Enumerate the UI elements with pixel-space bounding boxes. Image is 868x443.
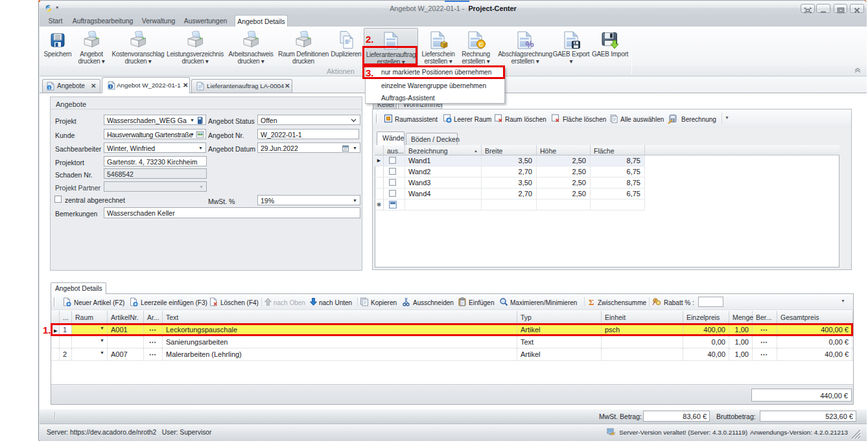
- svg-text:!: !: [615, 431, 616, 435]
- svg-text:i: i: [110, 84, 111, 89]
- svg-text:Σ: Σ: [589, 297, 594, 306]
